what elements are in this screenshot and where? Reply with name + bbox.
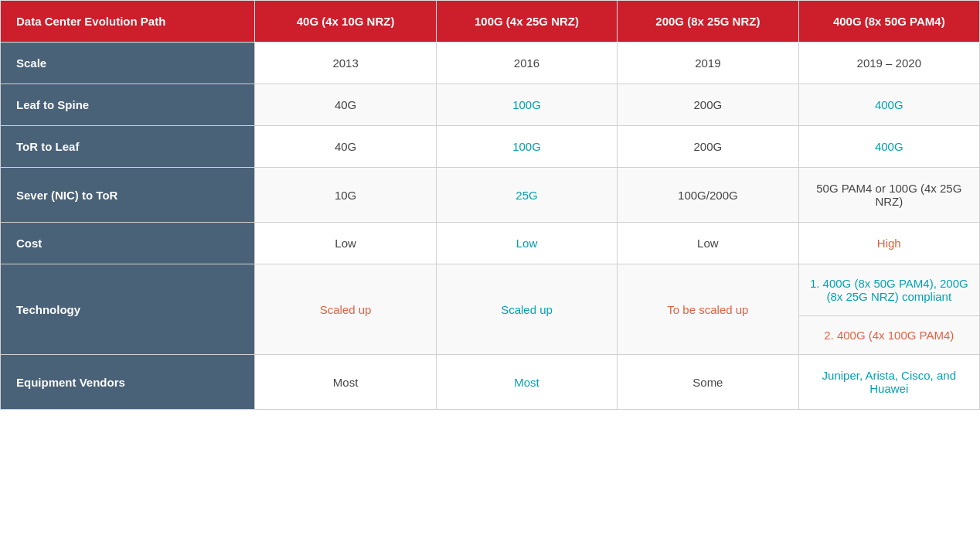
- row-2-col-3: 200G: [618, 126, 798, 168]
- row-3-col-2: 25G: [436, 168, 617, 223]
- row-0-col-2: 2016: [436, 43, 617, 84]
- tech-c1: Scaled up: [255, 264, 436, 355]
- row-label-4: Cost: [1, 223, 255, 264]
- row-6-col-2: Most: [436, 355, 617, 410]
- header-400g: 400G (8x 50G PAM4): [798, 1, 979, 43]
- row-1-col-4: 400G: [798, 84, 979, 126]
- row-0-col-3: 2019: [618, 43, 798, 84]
- row-1-col-1: 40G: [255, 84, 436, 126]
- header-100g: 100G (4x 25G NRZ): [436, 1, 617, 43]
- row-6-col-1: Most: [255, 355, 436, 410]
- tech-c4-split: 1. 400G (8x 50G PAM4), 200G (8x 25G NRZ)…: [798, 264, 979, 355]
- row-3-col-3: 100G/200G: [618, 168, 798, 223]
- row-label-5: Technology: [1, 264, 255, 355]
- header-200g: 200G (8x 25G NRZ): [618, 1, 798, 43]
- tech-c3: To be scaled up: [618, 264, 798, 355]
- row-2-col-2: 100G: [436, 126, 617, 168]
- row-0-col-1: 2013: [255, 43, 436, 84]
- row-6-col-3: Some: [618, 355, 798, 410]
- tech-c4-top: 1. 400G (8x 50G PAM4), 200G (8x 25G NRZ)…: [799, 264, 979, 316]
- row-1-col-2: 100G: [436, 84, 617, 126]
- tech-c4-bottom: 2. 400G (4x 100G PAM4): [799, 316, 979, 354]
- row-label-0: Scale: [1, 43, 255, 84]
- tech-c2: Scaled up: [436, 264, 617, 355]
- row-2-col-1: 40G: [255, 126, 436, 168]
- row-3-col-1: 10G: [255, 168, 436, 223]
- header-40g: 40G (4x 10G NRZ): [255, 1, 436, 43]
- row-label-1: Leaf to Spine: [1, 84, 255, 126]
- row-4-col-4: High: [798, 223, 979, 264]
- row-6-col-4: Juniper, Arista, Cisco, and Huawei: [798, 355, 979, 410]
- row-2-col-4: 400G: [798, 126, 979, 168]
- header-evolution-path: Data Center Evolution Path: [1, 1, 255, 43]
- row-1-col-3: 200G: [618, 84, 798, 126]
- row-0-col-4: 2019 – 2020: [798, 43, 979, 84]
- row-4-col-1: Low: [255, 223, 436, 264]
- row-4-col-3: Low: [618, 223, 798, 264]
- row-label-6: Equipment Vendors: [1, 355, 255, 410]
- row-4-col-2: Low: [436, 223, 617, 264]
- row-label-3: Sever (NIC) to ToR: [1, 168, 255, 223]
- row-label-2: ToR to Leaf: [1, 126, 255, 168]
- row-3-col-4: 50G PAM4 or 100G (4x 25G NRZ): [798, 168, 979, 223]
